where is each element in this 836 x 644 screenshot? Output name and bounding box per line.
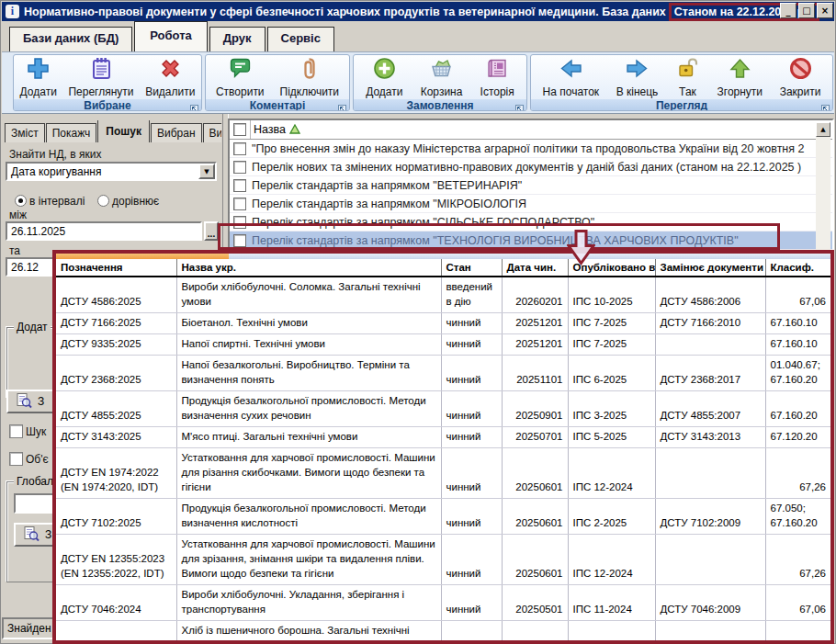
cell-classif: 01.040.67; 67.160.20	[765, 356, 830, 391]
close-button[interactable]: Закрити	[774, 55, 827, 99]
cell-published: ІПС 11-2024	[568, 621, 655, 644]
sidebar-tab-1[interactable]: Зміст	[5, 123, 45, 142]
table-row[interactable]: ДСТУ 7046:2024Вироби хлібобулочні. Уклад…	[56, 585, 830, 621]
date-from-input[interactable]: 26.11.2025	[6, 221, 202, 241]
column-header-3[interactable]: Стан	[441, 259, 502, 277]
cell-name-ukr: Продукція безалкогольної промисловості. …	[176, 499, 441, 535]
row-checkbox[interactable]	[233, 198, 246, 210]
go-end-button-label: В кінець	[616, 85, 659, 98]
cell-date: 20250601	[502, 499, 568, 535]
cell-status: введений в дію	[441, 277, 502, 313]
column-header-2[interactable]: Назва укр.	[176, 259, 441, 277]
minimize-button[interactable]: _	[780, 3, 796, 18]
column-header-4[interactable]: Дата чин.	[502, 259, 568, 277]
sort-asc-icon[interactable]	[289, 121, 300, 138]
search-in-found-checkbox[interactable]	[9, 424, 23, 438]
table-row[interactable]: ДСТУ 7166:2025Біоетанол. Технічні умович…	[56, 313, 830, 334]
cell-published: ІПС 7-2025	[568, 334, 655, 356]
delete-button[interactable]: Видалити	[140, 55, 200, 99]
attach-comment-button[interactable]: Підключити	[275, 55, 345, 99]
cell-status: чинний	[441, 356, 502, 391]
equals-radio[interactable]	[97, 195, 109, 207]
cell-status: чинний	[441, 448, 502, 499]
history-doc-icon	[485, 56, 510, 85]
list-header[interactable]: Назва	[230, 120, 832, 140]
chevron-down-icon[interactable]: ▼	[198, 164, 215, 179]
menu-tab-1[interactable]: Бази даних (БД)	[9, 27, 132, 51]
list-header-label: Назва	[254, 123, 286, 136]
column-header-5[interactable]: Опубліковано в	[568, 259, 655, 277]
history-button[interactable]: Історія	[475, 55, 520, 99]
list-item[interactable]: Перелік нових та змінених нормативно-пра…	[230, 158, 832, 176]
row-checkbox[interactable]	[233, 216, 246, 229]
table-row[interactable]: ДСТУ EN 1974:2022 (EN 1974:2020, IDT)Уст…	[56, 448, 830, 499]
combine-checkbox[interactable]	[9, 452, 23, 466]
sidebar-tab-3[interactable]: Пошук	[97, 120, 150, 142]
scroll-up-icon[interactable]: ▲	[816, 122, 830, 137]
table-row[interactable]: ДСТУ 2368:2025Напої безалкогольні. Вироб…	[56, 356, 830, 391]
cell-classif: 67.160.20	[765, 391, 830, 427]
expand-dialog-icon[interactable]	[821, 103, 830, 111]
add-circle-icon	[372, 56, 397, 85]
sidebar-tab-5[interactable]: Вибірка	[203, 123, 221, 142]
view-button[interactable]: Переглянути	[62, 55, 139, 99]
column-header-7[interactable]: Класиф.	[765, 259, 830, 277]
table-row[interactable]: ДСТУ 7102:2025Продукція безалкогольної п…	[56, 499, 830, 535]
list-item[interactable]: Перелік стандартів за напрямком "ВЕТЕРИН…	[230, 176, 832, 195]
expand-dialog-icon[interactable]	[190, 103, 198, 111]
cell-classif: 67.160.10	[765, 334, 830, 356]
add-favorite-button[interactable]: Додати	[15, 55, 62, 99]
table-row[interactable]: ДСТУ 4855:2025Продукція безалкогольної п…	[56, 391, 830, 427]
add-order-button[interactable]: Додати	[360, 55, 408, 99]
menu-tab-2[interactable]: Робота	[134, 21, 208, 51]
go-end-button[interactable]: В кінець	[611, 55, 664, 99]
row-checkbox[interactable]	[233, 234, 246, 247]
sidebar-tab-4[interactable]: Вибран	[151, 123, 202, 142]
column-header-6[interactable]: Замінює документи	[655, 259, 765, 277]
menu-tab-3[interactable]: Друк	[209, 27, 265, 51]
cell-date: 20250501	[502, 621, 568, 644]
cell-designation: ДСТУ 9335:2025	[56, 334, 176, 356]
row-checkbox[interactable]	[233, 179, 246, 192]
sidebar-tab-2[interactable]: Покажч	[46, 123, 97, 142]
interval-radio[interactable]	[15, 195, 27, 207]
list-item[interactable]: Перелік стандартів за напрямком "СІЛЬСЬК…	[230, 213, 832, 232]
cell-replaces: ДСТУ 3143:2013	[655, 427, 765, 448]
list-item[interactable]: "Про внесення змін до наказу Міністерств…	[230, 140, 832, 158]
select-all-checkbox[interactable]	[233, 123, 246, 136]
results-window-titlebar	[56, 254, 830, 259]
basket-button[interactable]: Корзина	[415, 55, 469, 99]
row-checkbox[interactable]	[233, 142, 246, 155]
table-row[interactable]: ДСТУ 9335:2025Напої спиртні. Технічні ум…	[56, 334, 830, 356]
maximize-button[interactable]: □	[798, 3, 815, 18]
lock-open-icon	[675, 56, 700, 85]
expand-dialog-icon[interactable]	[515, 103, 524, 111]
table-row[interactable]: ДСТУ EN 12355:2023 (EN 12355:2022, IDT)У…	[56, 535, 830, 585]
orders-group-caption: Замовлення	[354, 99, 526, 111]
find-label: Знайти НД, в яких	[9, 148, 101, 161]
table-row[interactable]: ДСТУ 4586:2025Вироби хлібобулочні. Солом…	[56, 277, 830, 313]
collapse-button-label: Згорнути	[717, 85, 763, 98]
table-row[interactable]: ДСТУ 3143:2025М'ясо птиці. Загальні техн…	[56, 427, 830, 448]
cell-date: 20260201	[502, 277, 568, 313]
menu-tab-4[interactable]: Сервіс	[267, 27, 334, 51]
column-header-1[interactable]: Позначення	[56, 259, 176, 277]
browse-date-button[interactable]: ...	[204, 221, 219, 241]
create-comment-button[interactable]: Створити	[210, 55, 270, 99]
list-item[interactable]: Перелік стандартів за напрямком "ТЕХНОЛО…	[230, 232, 832, 250]
field-dropdown[interactable]: Дата коригування ▼	[6, 162, 217, 181]
cell-status: чинний	[441, 535, 502, 585]
cell-status: чинний	[441, 427, 502, 448]
yes-button[interactable]: Так	[670, 55, 706, 99]
additional-group-label: Додат	[14, 321, 51, 333]
close-window-button[interactable]: ×	[817, 3, 833, 18]
favorites-group-caption-label: Вибране	[84, 99, 130, 111]
favorites-group: ДодатиПереглянутиВидалитиВибране	[13, 54, 202, 111]
list-item[interactable]: Перелік стандартів за напрямком "МІКРОБІ…	[230, 195, 832, 213]
cell-classif: 67,06	[765, 585, 830, 621]
row-checkbox[interactable]	[233, 161, 246, 174]
table-row[interactable]: ДСТУ 7517:2024Хліб із пшеничного борошна…	[56, 621, 830, 644]
go-start-button[interactable]: На початок	[537, 55, 605, 99]
collapse-button[interactable]: Згорнути	[712, 55, 769, 99]
expand-dialog-icon[interactable]	[338, 103, 346, 111]
